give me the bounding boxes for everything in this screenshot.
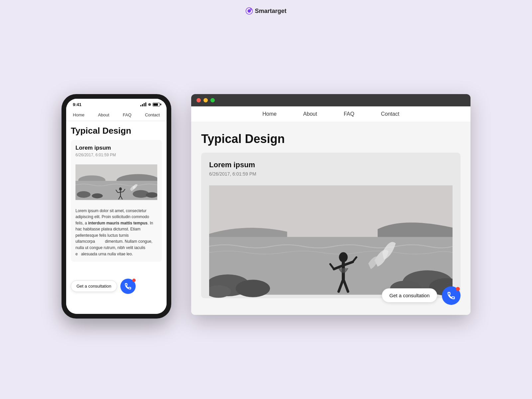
browser-card-image <box>209 182 453 298</box>
browser-nav-home[interactable]: Home <box>262 111 277 117</box>
phone-nav-contact[interactable]: Contact <box>144 112 161 118</box>
browser-titlebar <box>191 94 470 106</box>
battery-icon <box>153 103 160 106</box>
phone-page-title: Typical Design <box>71 126 162 136</box>
phone-nav-about[interactable]: About <box>97 112 111 118</box>
browser-phone-call-icon <box>447 291 456 300</box>
logo-icon <box>245 7 253 15</box>
traffic-light-yellow[interactable] <box>203 98 208 102</box>
traffic-light-red[interactable] <box>197 98 201 102</box>
phone-card-text: Lorem ipsum dolor sit amet, consectetur … <box>75 208 157 257</box>
browser-consultation-bubble[interactable]: Get a consultation <box>382 288 437 303</box>
svg-point-13 <box>119 187 122 191</box>
app-logo: Smartarget <box>245 7 286 15</box>
beach-image-small <box>75 161 157 204</box>
browser-card-date: 6/26/2017, 6:01:59 PM <box>209 171 453 177</box>
phone-frame: 9:41 ⊛ Home About FAQ <box>62 94 171 319</box>
phone-screen: 9:41 ⊛ Home About FAQ <box>66 99 167 314</box>
phone-status-bar: 9:41 ⊛ <box>66 99 167 109</box>
browser-notification-dot <box>456 287 460 291</box>
phone-mockup: 9:41 ⊛ Home About FAQ <box>62 94 171 319</box>
traffic-light-green[interactable] <box>210 98 215 102</box>
phone-nav-faq[interactable]: FAQ <box>121 112 133 118</box>
svg-point-10 <box>92 193 103 198</box>
status-right: ⊛ <box>140 102 160 107</box>
browser-frame: Home About FAQ Contact Typical Design Lo… <box>191 94 470 315</box>
phone-fab-button[interactable] <box>120 279 136 294</box>
phone-call-icon <box>124 283 132 290</box>
wifi-icon: ⊛ <box>148 102 151 107</box>
phone-time: 9:41 <box>73 102 81 107</box>
phone-nav: Home About FAQ Contact <box>66 109 167 121</box>
browser-nav-contact[interactable]: Contact <box>381 111 399 117</box>
svg-point-24 <box>236 280 270 297</box>
phone-card: Lorem ipsum 6/26/2017, 6:01:59 PM <box>71 140 162 262</box>
svg-point-12 <box>146 192 157 198</box>
browser-nav-faq[interactable]: FAQ <box>344 111 354 117</box>
svg-point-9 <box>77 191 90 198</box>
browser-page-title: Typical Design <box>201 132 461 146</box>
svg-point-3 <box>250 9 251 10</box>
main-content: 9:41 ⊛ Home About FAQ <box>62 94 470 319</box>
phone-consultation-bubble[interactable]: Get a consultation <box>71 280 117 292</box>
browser-card-title: Lorem ipsum <box>209 161 453 169</box>
phone-nav-home[interactable]: Home <box>71 112 86 118</box>
phone-card-title: Lorem ipsum <box>75 145 157 151</box>
phone-float-area: Get a consultation <box>71 279 162 294</box>
browser-content: Typical Design Lorem ipsum 6/26/2017, 6:… <box>191 122 470 315</box>
phone-card-date: 6/26/2017, 6:01:59 PM <box>75 153 157 157</box>
browser-float-area: Get a consultation <box>382 286 461 305</box>
phone-card-image <box>75 161 157 204</box>
browser-fab-button[interactable] <box>442 286 461 305</box>
notification-dot <box>132 279 136 282</box>
beach-image-large <box>209 182 453 298</box>
brand-name: Smartarget <box>255 8 286 15</box>
browser-card: Lorem ipsum 6/26/2017, 6:01:59 PM <box>201 153 461 298</box>
browser-mockup: Home About FAQ Contact Typical Design Lo… <box>191 94 470 315</box>
browser-nav-about[interactable]: About <box>303 111 317 117</box>
signal-bars-icon <box>140 102 146 106</box>
browser-nav: Home About FAQ Contact <box>191 106 470 122</box>
